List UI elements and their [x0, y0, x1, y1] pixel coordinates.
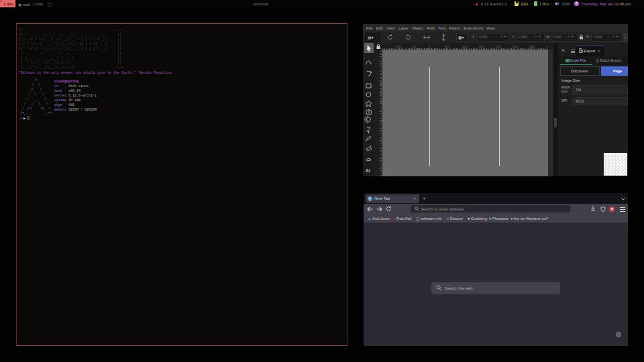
svg-text:AI: AI: [366, 168, 370, 173]
